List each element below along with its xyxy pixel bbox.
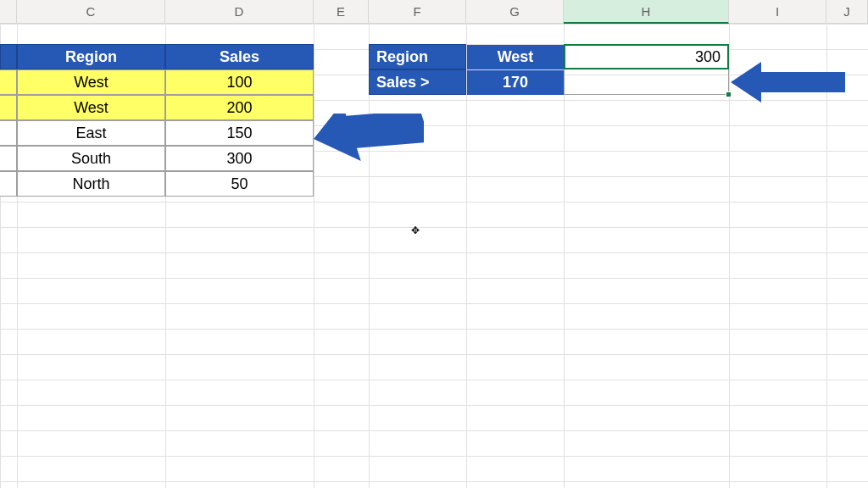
gridline-h bbox=[0, 456, 868, 457]
table-header-region[interactable]: Region bbox=[17, 44, 165, 69]
table-cell-sales[interactable]: 100 bbox=[165, 69, 314, 95]
col-header-stub[interactable] bbox=[0, 0, 17, 24]
col-header-D[interactable]: D bbox=[165, 0, 314, 24]
col-header-C[interactable]: C bbox=[17, 0, 165, 24]
criteria-region-value[interactable]: West bbox=[466, 44, 564, 69]
svg-marker-1 bbox=[731, 62, 845, 103]
gridline-h bbox=[0, 430, 868, 431]
column-header-row: CDEFGHIJ bbox=[0, 0, 868, 24]
gridline-h bbox=[0, 354, 868, 355]
result-cell[interactable]: 300 bbox=[564, 44, 729, 69]
gridline-h bbox=[0, 24, 868, 25]
gridline-h bbox=[0, 405, 868, 406]
col-header-I[interactable]: I bbox=[729, 0, 826, 24]
gridline-h bbox=[0, 227, 868, 228]
table-cell-region[interactable]: South bbox=[17, 146, 165, 171]
svg-marker-0 bbox=[314, 114, 424, 176]
table-cell-sales[interactable]: 50 bbox=[165, 171, 314, 197]
table-row-stub[interactable] bbox=[0, 146, 17, 171]
blue-arrow-left bbox=[314, 114, 424, 198]
table-cell-region[interactable]: North bbox=[17, 171, 165, 197]
table-row-stub[interactable] bbox=[0, 69, 17, 95]
table-row-stub[interactable] bbox=[0, 171, 17, 197]
gridline-h bbox=[0, 252, 868, 253]
table-cell-sales[interactable]: 150 bbox=[165, 120, 314, 146]
table-cell-region[interactable]: East bbox=[17, 120, 165, 146]
criteria-sales-value[interactable]: 170 bbox=[466, 69, 564, 95]
gridline-h bbox=[0, 329, 868, 330]
blue-arrow-right bbox=[731, 62, 845, 103]
col-header-H[interactable]: H bbox=[564, 0, 729, 24]
col-header-G[interactable]: G bbox=[466, 0, 564, 24]
gridline-h bbox=[0, 278, 868, 279]
criteria-region-label[interactable]: Region bbox=[369, 44, 466, 69]
table-header-sales[interactable]: Sales bbox=[165, 44, 314, 69]
table-row-stub[interactable] bbox=[0, 120, 17, 146]
table-header-stub[interactable] bbox=[0, 44, 17, 69]
gridline-v bbox=[314, 24, 314, 488]
table-row-stub[interactable] bbox=[0, 95, 17, 120]
cursor-icon: ✥ bbox=[411, 225, 420, 236]
cell-below-result[interactable] bbox=[564, 69, 729, 95]
table-cell-region[interactable]: West bbox=[17, 95, 165, 120]
gridline-h bbox=[0, 202, 868, 202]
gridline-h bbox=[0, 303, 868, 304]
col-header-E[interactable]: E bbox=[314, 0, 369, 24]
gridline-h bbox=[0, 481, 868, 482]
col-header-F[interactable]: F bbox=[369, 0, 466, 24]
criteria-sales-label[interactable]: Sales > bbox=[369, 69, 466, 95]
table-cell-sales[interactable]: 300 bbox=[165, 146, 314, 171]
table-cell-region[interactable]: West bbox=[17, 69, 165, 95]
table-cell-sales[interactable]: 200 bbox=[165, 95, 314, 120]
gridline-h bbox=[0, 380, 868, 380]
col-header-J[interactable]: J bbox=[826, 0, 868, 24]
